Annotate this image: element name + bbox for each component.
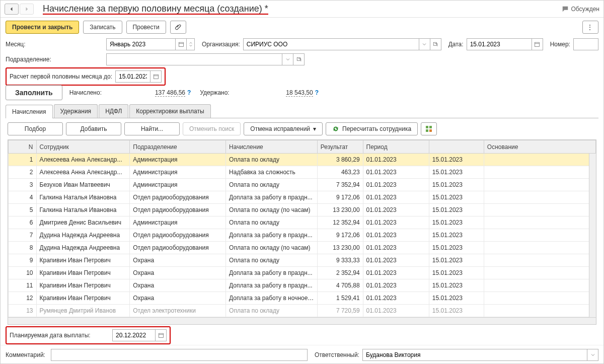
cell-department: Охрана: [130, 292, 226, 305]
cell-n: 6: [9, 216, 37, 229]
cell-accrual: Оплата по окладу: [226, 179, 318, 191]
attach-button[interactable]: [170, 21, 186, 34]
col-header-n[interactable]: N: [9, 140, 37, 154]
org-dropdown-button[interactable]: [419, 38, 430, 50]
cell-accrual: Надбавка за сложность: [226, 166, 318, 179]
cell-accrual: Доплата за работу в праздн...: [226, 279, 318, 292]
cell-department: Охрана: [130, 279, 226, 292]
tab-withholdings[interactable]: Удержания: [54, 104, 98, 118]
cell-period-from: 01.01.2023: [363, 305, 429, 317]
tab-accruals[interactable]: Начисления: [6, 105, 53, 118]
chat-icon: [562, 6, 569, 13]
date-input[interactable]: [469, 40, 530, 48]
dept-input[interactable]: [109, 55, 280, 63]
cell-period-to: 15.01.2023: [429, 166, 484, 179]
cell-employee: Безухов Иван Матвеевич: [36, 179, 130, 191]
table-row[interactable]: 7Дудина Надежда АндреевнаОтдел радиообор…: [9, 229, 596, 242]
table-row[interactable]: 2Алексеева Анна Александр...Администраци…: [9, 166, 596, 179]
calc-until-highlight: Расчет первой половины месяца до:: [6, 67, 166, 86]
cell-base: [484, 242, 595, 254]
cell-period-to: 15.01.2023: [429, 216, 484, 229]
table-row[interactable]: 11Крапивин Иван ПетровичОхранаДоплата за…: [9, 279, 596, 292]
col-header-accrual[interactable]: Начисление: [226, 140, 318, 154]
find-button[interactable]: Найти...: [124, 122, 180, 135]
post-button[interactable]: Провести: [126, 21, 166, 34]
table-row[interactable]: 1Алексеева Анна Александр...Администраци…: [9, 154, 596, 166]
table-row[interactable]: 5Галкина Наталья ИвановнаОтдел радиообор…: [9, 204, 596, 216]
cancel-fix-button[interactable]: Отмена исправлений▾: [244, 122, 323, 135]
cancel-search-button[interactable]: Отменить поиск: [183, 122, 241, 135]
discuss-link[interactable]: Обсужден: [562, 6, 599, 13]
org-open-button[interactable]: [430, 38, 441, 50]
dept-dropdown-button[interactable]: [282, 53, 293, 65]
cell-period-to: 15.01.2023: [429, 179, 484, 191]
save-button[interactable]: Записать: [83, 21, 122, 34]
month-calendar-button[interactable]: [176, 38, 187, 50]
col-header-department[interactable]: Подразделение: [130, 140, 226, 154]
table-row[interactable]: 12Крапивин Иван ПетровичОхранаДоплата за…: [9, 292, 596, 305]
org-label: Организация:: [202, 41, 240, 48]
cell-result: 7 352,94: [317, 179, 363, 191]
recalc-button[interactable]: Пересчитать сотрудника: [326, 122, 418, 135]
cell-n: 11: [9, 279, 37, 292]
post-and-close-button[interactable]: Провести и закрыть: [6, 21, 79, 34]
table-row[interactable]: 8Дудина Надежда АндреевнаОтдел радиообор…: [9, 242, 596, 254]
add-button[interactable]: Добавить: [66, 122, 121, 135]
col-header-result[interactable]: Результат: [317, 140, 363, 154]
cell-n: 13: [9, 305, 37, 317]
cell-result: 13 230,00: [317, 204, 363, 216]
nav-back-button[interactable]: [5, 4, 19, 15]
table-scrollbar-vertical[interactable]: [589, 154, 596, 317]
svg-rect-10: [426, 129, 428, 132]
pick-button[interactable]: Подбор: [8, 122, 63, 135]
col-header-period[interactable]: Период: [363, 140, 429, 154]
org-input[interactable]: [246, 40, 417, 48]
fill-button[interactable]: Заполнить: [6, 85, 62, 100]
number-input[interactable]: [576, 40, 596, 48]
table-row[interactable]: 10Крапивин Иван ПетровичОхранаДоплата за…: [9, 267, 596, 279]
cell-period-from: 01.01.2023: [363, 292, 429, 305]
table-row[interactable]: 13Румянцев Дмитрий ИвановОтдел электроте…: [9, 305, 596, 317]
tab-ndfl[interactable]: НДФЛ: [99, 104, 128, 118]
dept-open-button[interactable]: [293, 53, 305, 65]
settings-button[interactable]: [421, 122, 437, 135]
cell-period-to: 15.01.2023: [429, 242, 484, 254]
planned-date-input[interactable]: [115, 331, 153, 339]
table-row[interactable]: 4Галкина Наталья ИвановнаОтдел радиообор…: [9, 191, 596, 204]
cell-base: [484, 267, 595, 279]
cell-employee: Галкина Наталья Ивановна: [36, 204, 130, 216]
paperclip-icon: [175, 24, 182, 31]
cell-department: Отдел радиооборудования: [130, 204, 226, 216]
col-header-employee[interactable]: Сотрудник: [36, 140, 130, 154]
cell-department: Отдел электротехники: [130, 305, 226, 317]
table-row[interactable]: 6Дмитриев Денис ВасильевичАдминистрацияО…: [9, 216, 596, 229]
tab-corrections[interactable]: Корректировки выплаты: [129, 104, 210, 118]
cell-base: [484, 292, 595, 305]
responsible-dropdown-button[interactable]: [587, 349, 598, 361]
cell-accrual: Оплата по окладу: [226, 305, 318, 317]
col-header-period2[interactable]: [429, 140, 484, 154]
calc-until-input[interactable]: [118, 72, 148, 81]
planned-date-calendar-button[interactable]: [156, 329, 167, 341]
col-header-base[interactable]: Основание: [484, 140, 595, 154]
withheld-value: 18 543,50: [286, 89, 313, 97]
cell-period-to: 15.01.2023: [429, 191, 484, 204]
table-row[interactable]: 3Безухов Иван МатвеевичАдминистрацияОпла…: [9, 179, 596, 191]
cell-n: 3: [9, 179, 37, 191]
cell-result: 13 230,00: [317, 242, 363, 254]
responsible-input[interactable]: [365, 351, 585, 359]
withheld-help-icon[interactable]: ?: [315, 89, 319, 96]
date-calendar-button[interactable]: [532, 38, 543, 50]
month-input[interactable]: [109, 40, 173, 48]
month-spinner[interactable]: [187, 38, 195, 50]
comment-input[interactable]: [53, 351, 305, 359]
more-button[interactable]: ⋮: [582, 21, 598, 34]
table-settings-icon: [425, 125, 433, 133]
accrued-help-icon[interactable]: ?: [187, 89, 191, 96]
nav-forward-button[interactable]: [20, 4, 34, 15]
table-header-row: N Сотрудник Подразделение Начисление Рез…: [9, 140, 596, 154]
table-scrollbar-horizontal[interactable]: [8, 317, 596, 324]
cell-period-from: 01.01.2023: [363, 229, 429, 242]
calc-until-calendar-button[interactable]: [150, 70, 162, 83]
table-row[interactable]: 9Крапивин Иван ПетровичОхранаОплата по о…: [9, 254, 596, 267]
